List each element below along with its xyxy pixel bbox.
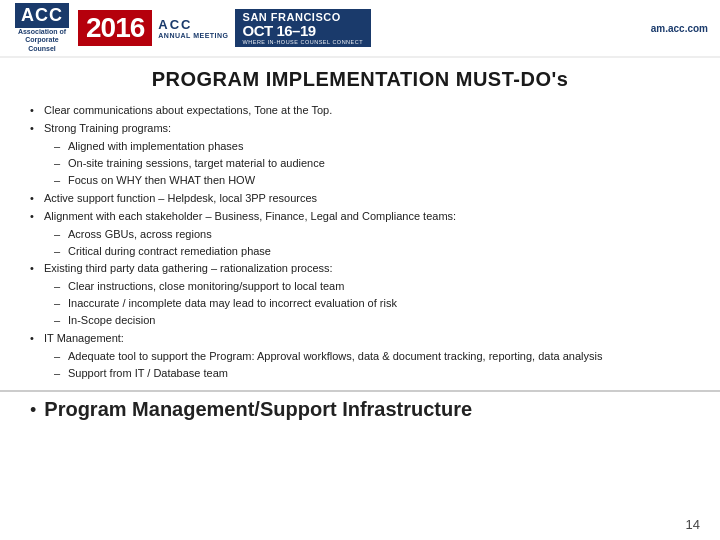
bullet-text: Alignment with each stakeholder – Busine… — [44, 209, 690, 225]
sub-text: Adequate tool to support the Program: Ap… — [68, 349, 690, 365]
acc-sub: ANNUAL MEETING — [158, 32, 228, 39]
header-left: ACC Association of Corporate Counsel 201… — [12, 3, 371, 53]
sub-item: –Focus on WHY then WHAT then HOW — [54, 173, 690, 189]
sub-text: Support from IT / Database team — [68, 366, 690, 382]
dash-symbol: – — [54, 279, 68, 295]
footer-dot: • — [30, 401, 36, 419]
bullet-symbol: • — [30, 209, 44, 225]
bullet-row: •IT Management: — [30, 331, 690, 347]
acc-logo: ACC Association of Corporate Counsel — [12, 3, 72, 53]
page-title: PROGRAM IMPLEMENTATION MUST-DO's — [30, 68, 690, 91]
dash-symbol: – — [54, 173, 68, 189]
bullet-symbol: • — [30, 103, 44, 119]
footer-bullet: • Program Management/Support Infrastruct… — [30, 398, 690, 421]
sub-list: –Aligned with implementation phases–On-s… — [54, 139, 690, 189]
bullet-symbol: • — [30, 331, 44, 347]
sub-item: –Clear instructions, close monitoring/su… — [54, 279, 690, 295]
dash-symbol: – — [54, 313, 68, 329]
dash-symbol: – — [54, 366, 68, 382]
acc-text-logo: ACC ANNUAL MEETING — [158, 17, 228, 39]
sub-list: –Adequate tool to support the Program: A… — [54, 349, 690, 382]
dash-symbol: – — [54, 139, 68, 155]
sub-item: –Across GBUs, across regions — [54, 227, 690, 243]
bullet-row: •Strong Training programs: — [30, 121, 690, 137]
acc-big: ACC — [158, 17, 192, 32]
bullet-row: •Active support function – Helpdesk, loc… — [30, 191, 690, 207]
header: ACC Association of Corporate Counsel 201… — [0, 0, 720, 58]
bullet-text: IT Management: — [44, 331, 690, 347]
bullet-symbol: • — [30, 261, 44, 277]
bullet-text: Existing third party data gathering – ra… — [44, 261, 690, 277]
sf-dates: OCT 16–19 — [243, 23, 316, 38]
acc-center: ACC ANNUAL MEETING — [158, 17, 228, 39]
page-number: 14 — [686, 517, 700, 532]
sub-list: –Across GBUs, across regions–Critical du… — [54, 227, 690, 260]
dash-symbol: – — [54, 227, 68, 243]
acc-logo-box: ACC — [15, 3, 69, 28]
bullet-symbol: • — [30, 121, 44, 137]
sub-item: –Support from IT / Database team — [54, 366, 690, 382]
bullet-row: •Existing third party data gathering – r… — [30, 261, 690, 277]
sub-text: In-Scope decision — [68, 313, 690, 329]
sub-item: –Aligned with implementation phases — [54, 139, 690, 155]
sub-list: –Clear instructions, close monitoring/su… — [54, 279, 690, 329]
dash-symbol: – — [54, 349, 68, 365]
sub-item: –Adequate tool to support the Program: A… — [54, 349, 690, 365]
sub-item: –Inaccurate / incomplete data may lead t… — [54, 296, 690, 312]
dash-symbol: – — [54, 244, 68, 260]
sub-text: Across GBUs, across regions — [68, 227, 690, 243]
sub-text: Critical during contract remediation pha… — [68, 244, 690, 260]
bullet-text: Clear communications about expectations,… — [44, 103, 690, 119]
bullet-row: •Clear communications about expectations… — [30, 103, 690, 119]
header-website: am.acc.com — [651, 23, 708, 34]
year-badge: 2016 — [78, 10, 152, 46]
dash-symbol: – — [54, 296, 68, 312]
sub-item: –In-Scope decision — [54, 313, 690, 329]
sub-item: –On-site training sessions, target mater… — [54, 156, 690, 172]
sub-item: –Critical during contract remediation ph… — [54, 244, 690, 260]
bullet-symbol: • — [30, 191, 44, 207]
sf-where: WHERE IN-HOUSE COUNSEL CONNECT — [243, 39, 364, 45]
footer-text: Program Management/Support Infrastructur… — [44, 398, 472, 421]
acc-logo-sub: Association of Corporate Counsel — [12, 28, 72, 53]
sf-block: SAN FRANCISCO OCT 16–19 WHERE IN-HOUSE C… — [235, 9, 372, 47]
footer-area: • Program Management/Support Infrastruct… — [0, 390, 720, 427]
content-area: •Clear communications about expectations… — [30, 103, 690, 382]
bullet-text: Active support function – Helpdesk, loca… — [44, 191, 690, 207]
bullet-text: Strong Training programs: — [44, 121, 690, 137]
sub-text: Aligned with implementation phases — [68, 139, 690, 155]
bullet-row: •Alignment with each stakeholder – Busin… — [30, 209, 690, 225]
sub-text: Focus on WHY then WHAT then HOW — [68, 173, 690, 189]
sub-text: Clear instructions, close monitoring/sup… — [68, 279, 690, 295]
dash-symbol: – — [54, 156, 68, 172]
sub-text: On-site training sessions, target materi… — [68, 156, 690, 172]
main-content: PROGRAM IMPLEMENTATION MUST-DO's •Clear … — [0, 58, 720, 390]
sub-text: Inaccurate / incomplete data may lead to… — [68, 296, 690, 312]
